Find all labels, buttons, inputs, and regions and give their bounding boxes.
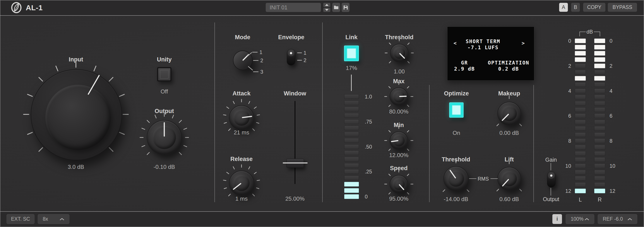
knob-tick <box>388 192 391 195</box>
preset-prev-button[interactable] <box>323 3 330 7</box>
knob-tick <box>241 99 242 102</box>
meter-right-segment <box>594 120 605 124</box>
preset-next-button[interactable] <box>323 8 330 12</box>
meter-scale-label-right: 4 <box>610 88 624 94</box>
knob-tick <box>467 189 470 192</box>
copy-button[interactable]: COPY <box>583 3 606 12</box>
optimize-button[interactable] <box>449 102 464 118</box>
knob-tick <box>183 145 187 147</box>
knob-tick <box>410 184 414 185</box>
ext-sc-button[interactable]: EXT. SC <box>6 214 34 224</box>
zoom-value: 100% <box>571 216 584 222</box>
meter-right-segment <box>594 182 605 187</box>
meter-scale-label-right: 12 <box>610 188 624 194</box>
makeup-knob[interactable] <box>489 93 530 134</box>
gain-output-toggle[interactable] <box>547 172 556 187</box>
output-label: Output <box>132 107 197 115</box>
meter-scale-label-right: 10 <box>610 163 624 169</box>
oversampling-dropdown[interactable]: 8x <box>38 214 69 224</box>
window-fader-line <box>283 163 308 163</box>
meter-left-channel-label: L <box>572 196 589 203</box>
meter-left-segment <box>575 151 586 156</box>
meter-right-segment <box>594 64 605 68</box>
bypass-button[interactable]: BYPASS <box>608 3 637 12</box>
input-knob[interactable] <box>19 58 133 171</box>
knob-tick <box>179 120 182 123</box>
meter-right-segment <box>594 189 605 193</box>
knob-tick <box>388 130 391 132</box>
knob-tick <box>122 114 129 115</box>
display-mode-name: SHORT TERM <box>450 38 516 44</box>
knob-tick <box>388 149 391 151</box>
knob-tick <box>27 94 33 97</box>
knob-tick <box>241 165 242 168</box>
knob-tick <box>256 122 260 124</box>
zoom-dropdown[interactable]: 100% <box>566 214 594 224</box>
threshold1-value: 1.00 <box>366 68 432 75</box>
knob-tick <box>519 189 522 192</box>
preset-field[interactable]: INIT 01 <box>266 3 321 12</box>
output-knob[interactable] <box>137 110 192 165</box>
knob-tick <box>407 61 410 63</box>
preset-save-button[interactable] <box>342 3 350 12</box>
knob-tick <box>407 130 409 132</box>
link-meter-scale-label: 1.0 <box>365 94 380 100</box>
link-button[interactable] <box>344 45 359 61</box>
meter-left-segment <box>575 113 586 118</box>
gain-toggle-dot <box>550 175 552 177</box>
knob-tick <box>410 96 414 97</box>
mode-pos-3: 3 <box>258 69 266 75</box>
threshold1-knob[interactable] <box>382 36 416 70</box>
knob-tick <box>140 137 144 138</box>
knob-tick <box>389 42 391 45</box>
link-meter-segment <box>344 138 359 143</box>
ref-dropdown[interactable]: REF -6.0 <box>598 214 637 224</box>
meter-right-segment <box>594 170 605 175</box>
meter-left-segment <box>575 170 586 175</box>
next-arrow-icon[interactable]: > <box>519 40 528 46</box>
save-icon <box>344 5 348 10</box>
knob-tick <box>496 124 499 126</box>
knob-pointer <box>389 131 408 150</box>
knob-tick <box>407 174 409 176</box>
max-knob-body <box>390 87 408 106</box>
preset-browse-button[interactable] <box>332 3 340 12</box>
meter-scale-label-left: 0 <box>557 38 571 44</box>
info-button[interactable]: i <box>552 214 562 224</box>
knob-pointer <box>390 88 408 106</box>
optimize-button-face <box>452 105 461 115</box>
meter-left-segment <box>575 76 586 81</box>
knob-tick <box>146 120 150 123</box>
window-fader-track[interactable] <box>294 101 296 184</box>
link-meter-segment <box>344 94 359 99</box>
knob-tick <box>179 152 182 155</box>
knob-tick <box>172 115 174 119</box>
meter-left-segment <box>575 182 586 187</box>
rms-connector <box>469 178 476 179</box>
rms_threshold-knob-body <box>444 166 468 191</box>
unity-button[interactable] <box>157 67 172 81</box>
link-meter-scale-label: .50 <box>365 144 380 150</box>
meter-scale-label-left: 8 <box>557 138 571 144</box>
display-lufs-value: -7.1 LUFS <box>450 44 516 50</box>
link-meter-scale-label: .75 <box>365 119 380 125</box>
knob-tick <box>385 53 388 53</box>
envelope-pos-2: 2 <box>300 57 309 63</box>
unity-label: Unity <box>132 56 197 63</box>
knob-tick <box>256 187 260 189</box>
link-meter-segment <box>344 163 359 168</box>
ab-a-button[interactable]: A <box>559 3 568 12</box>
envelope-toggle[interactable] <box>287 49 295 65</box>
meter-right-segment <box>594 51 605 55</box>
link-meter-segment <box>344 182 359 187</box>
ab-b-button[interactable]: B <box>571 3 580 12</box>
mode-pos-2: 2 <box>258 57 266 64</box>
divider <box>534 85 534 202</box>
plugin-window: AL-1 INIT 01 A B COPY BYPASS <box>0 0 644 227</box>
knob-tick <box>388 86 391 88</box>
envelope-pos-1: 1 <box>300 50 309 56</box>
meter-scale-label-right: 8 <box>610 138 624 144</box>
meter-right-segment <box>594 132 605 137</box>
link-mini-slider[interactable] <box>351 74 352 91</box>
meter-right-channel-label: R <box>591 196 608 203</box>
